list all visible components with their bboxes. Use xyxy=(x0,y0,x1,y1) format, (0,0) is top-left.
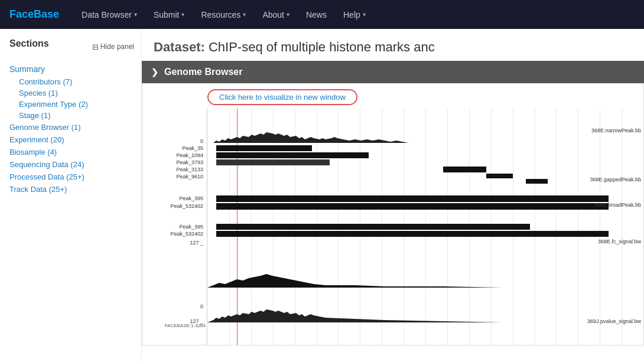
nav-item-resources[interactable]: Resources ▾ xyxy=(193,0,254,29)
sidebar-item-biosample[interactable]: Biosample (4) xyxy=(9,146,141,158)
hide-panel-button[interactable]: ⊟ Hide panel xyxy=(92,43,134,51)
label-peak35: Peak_35 xyxy=(182,145,206,151)
panel-icon: ⊟ xyxy=(92,43,99,51)
broadpeak-end-label: 368E.broadPeak.bb xyxy=(594,202,641,208)
main-content: Dataset: ChIP-seq of multiple histone ma… xyxy=(142,29,644,362)
nav-item-data-browser[interactable]: Data Browser ▾ xyxy=(73,0,145,29)
visualize-row: Click here to visualize in new window xyxy=(142,83,643,109)
label-127a: 127 _ xyxy=(190,240,206,246)
genome-browser-section: ❯ Genome Browser Click here to visualize… xyxy=(142,61,644,345)
label-0: 0 xyxy=(200,138,206,144)
bar-peak3133 xyxy=(443,167,487,172)
dataset-title-label: Dataset: xyxy=(154,40,205,54)
narrowpeak-end-label: 368E.narrowPeak.bb xyxy=(591,128,641,133)
bar-peak9610 xyxy=(486,174,512,178)
label-peak532402a: Peak_532402 xyxy=(170,203,206,209)
submit-arrow-icon: ▾ xyxy=(181,11,184,18)
resources-arrow-icon: ▾ xyxy=(243,11,246,18)
signal-waveform-top xyxy=(207,126,643,144)
pvalue-signal-end-label: 369J.pvalue_signal.bw xyxy=(587,318,641,324)
sidebar-item-contributors[interactable]: Contributors (7) xyxy=(9,76,141,87)
bar-peak35 xyxy=(216,145,312,151)
sidebar-item-genome-browser[interactable]: Genome Browser (1) xyxy=(9,121,141,133)
bar-peak532402-fc xyxy=(216,231,609,237)
sections-title: Sections xyxy=(9,38,49,49)
sidebar: Sections ⊟ Hide panel Summary Contributo… xyxy=(0,29,142,362)
help-arrow-icon: ▾ xyxy=(363,11,366,18)
nav-item-submit[interactable]: Submit ▾ xyxy=(145,0,193,29)
dataset-title: Dataset: ChIP-seq of multiple histone ma… xyxy=(142,29,644,61)
signal-waveform-fc xyxy=(207,242,643,289)
bar-peak3793 xyxy=(216,159,330,165)
nav-item-about[interactable]: About ▾ xyxy=(254,0,298,29)
visualize-link[interactable]: Click here to visualize in new window xyxy=(207,89,357,105)
genome-browser-header[interactable]: ❯ Genome Browser xyxy=(142,61,644,83)
track-labels-column: 0 Peak_35 Peak_1094 Peak_3793 Peak_3133 … xyxy=(142,109,207,345)
main-layout: Sections ⊟ Hide panel Summary Contributo… xyxy=(0,29,644,362)
label-peak3133: Peak_3133 xyxy=(176,167,206,172)
sidebar-item-stage[interactable]: Stage (1) xyxy=(9,110,141,121)
sidebar-item-track-data[interactable]: Track Data (25+) xyxy=(9,183,141,195)
signal-waveform-369j xyxy=(207,292,643,324)
bar-peak1094 xyxy=(216,152,369,158)
sidebar-top-row: Sections ⊟ Hide panel xyxy=(9,38,141,55)
data-browser-arrow-icon: ▾ xyxy=(134,11,137,18)
top-navigation: FaceBase Data Browser ▾ Submit ▾ Resourc… xyxy=(0,0,644,29)
gappedpeak-end-label: 368E.gappedPeak.bb xyxy=(590,177,641,182)
genome-browser-body: Click here to visualize in new window 0 … xyxy=(142,83,644,345)
track-data-column: 368E.narrowPeak.bb 368E.gappedPeak.bb xyxy=(207,109,643,345)
facebase-range-label: FACEBASE:1-3264 xyxy=(165,323,206,328)
bar-peak9610b xyxy=(526,179,548,184)
sidebar-item-summary[interactable]: Summary xyxy=(9,62,141,76)
label-peak532402b: Peak_532402 xyxy=(170,231,206,237)
dataset-title-value: ChIP-seq of multiple histone marks anc xyxy=(209,40,435,54)
bar-peak395-fc xyxy=(216,224,530,230)
nav-item-news[interactable]: News xyxy=(298,0,335,29)
genome-section-chevron-icon: ❯ xyxy=(151,67,158,77)
brand-logo[interactable]: FaceBase xyxy=(9,8,59,21)
label-peak9610: Peak_9610 xyxy=(176,174,206,180)
genome-browser-header-label: Genome Browser xyxy=(164,67,242,77)
nav-item-help[interactable]: Help ▾ xyxy=(335,0,374,29)
label-0b: 0 xyxy=(200,304,206,309)
label-peak395a: Peak_395 xyxy=(179,195,206,201)
label-peak395b: Peak_395 xyxy=(179,224,206,230)
sidebar-item-experiment-type[interactable]: Experiment Type (2) xyxy=(9,99,141,110)
label-peak3793: Peak_3793 xyxy=(176,159,206,165)
bar-peak395-broad xyxy=(216,195,609,202)
about-arrow-icon: ▾ xyxy=(287,11,290,18)
genome-canvas: 0 Peak_35 Peak_1094 Peak_3793 Peak_3133 … xyxy=(142,109,643,345)
sidebar-item-experiment[interactable]: Experiment (20) xyxy=(9,133,141,146)
sidebar-item-processed-data[interactable]: Processed Data (25+) xyxy=(9,171,141,183)
track-area: 0 Peak_35 Peak_1094 Peak_3793 Peak_3133 … xyxy=(142,109,643,345)
label-peak1094: Peak_1094 xyxy=(176,152,206,158)
sidebar-item-species[interactable]: Species (1) xyxy=(9,87,141,99)
sidebar-item-sequencing-data[interactable]: Sequencing Data (24) xyxy=(9,158,141,171)
bar-peak532402-broad xyxy=(216,203,609,210)
